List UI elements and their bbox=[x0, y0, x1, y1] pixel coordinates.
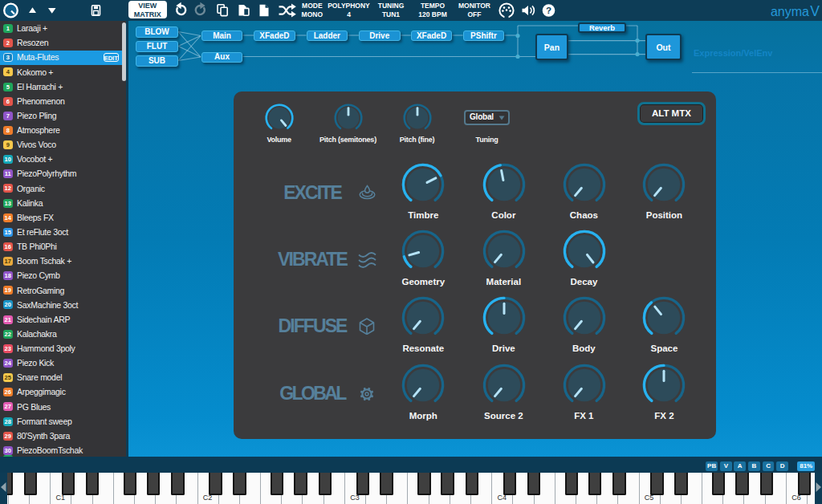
svg-text:?: ? bbox=[546, 6, 551, 15]
